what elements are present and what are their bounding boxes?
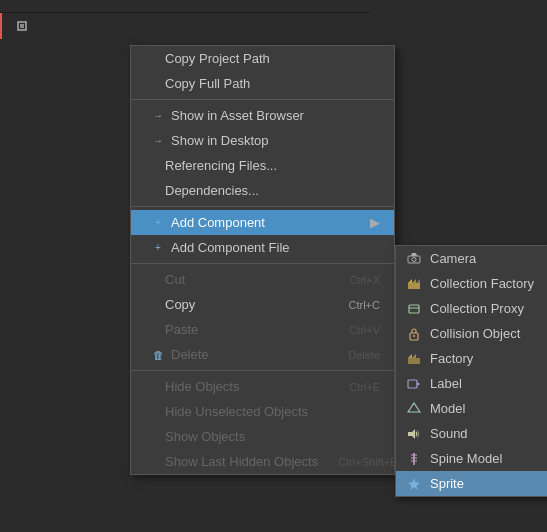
collision-icon <box>406 327 422 341</box>
referencing-files-label: Referencing Files... <box>165 158 277 173</box>
submenu-item-factory[interactable]: Factory <box>396 346 547 371</box>
spine-icon <box>406 452 422 466</box>
show-in-asset-browser-icon: → <box>151 109 165 123</box>
sprite-label: Sprite <box>430 476 464 491</box>
separator-after-delete <box>131 370 394 371</box>
svg-rect-13 <box>408 358 420 364</box>
menu-item-copy[interactable]: CopyCtrl+C <box>131 292 394 317</box>
menu-item-show-objects: Show Objects <box>131 424 394 449</box>
submenu-item-sprite[interactable]: Sprite <box>396 471 547 496</box>
menu-item-referencing-files[interactable]: Referencing Files... <box>131 153 394 178</box>
context-menu-left: Copy Project PathCopy Full Path→Show in … <box>130 45 395 475</box>
svg-marker-18 <box>408 403 420 412</box>
separator-after-dependencies <box>131 206 394 207</box>
delete-icon: 🗑 <box>151 348 165 362</box>
submenu-item-label[interactable]: Label <box>396 371 547 396</box>
show-in-desktop-label: Show in Desktop <box>171 133 269 148</box>
menu-item-paste: PasteCtrl+V <box>131 317 394 342</box>
show-objects-label: Show Objects <box>165 429 245 444</box>
factory2-icon <box>406 352 422 366</box>
submenu-item-camera[interactable]: Camera <box>396 246 547 271</box>
add-component-file-icon: + <box>151 241 165 255</box>
dependencies-label: Dependencies... <box>165 183 259 198</box>
svg-marker-17 <box>417 382 420 386</box>
svg-marker-14 <box>408 354 412 358</box>
collection-factory-label: Collection Factory <box>430 276 534 291</box>
menu-item-cut: CutCtrl+X <box>131 267 394 292</box>
show-last-hidden-shortcut: Ctrl+Shift+E <box>338 456 397 468</box>
submenu-item-model[interactable]: Model <box>396 396 547 421</box>
menu-item-hide-objects: Hide ObjectsCtrl+E <box>131 374 394 399</box>
menu-item-dependencies[interactable]: Dependencies... <box>131 178 394 203</box>
copy-label: Copy <box>165 297 195 312</box>
svg-rect-1 <box>20 24 24 28</box>
delete-shortcut: Delete <box>348 349 380 361</box>
menu-item-show-in-asset-browser[interactable]: →Show in Asset Browser <box>131 103 394 128</box>
svg-marker-4 <box>411 253 417 256</box>
sound-icon <box>406 427 422 441</box>
svg-marker-15 <box>412 354 416 358</box>
add-component-label: Add Component <box>171 215 265 230</box>
add-component-file-label: Add Component File <box>171 240 290 255</box>
paste-label: Paste <box>165 322 198 337</box>
svg-marker-7 <box>412 279 416 283</box>
game-object-row[interactable] <box>0 13 370 39</box>
separator-after-copy-full-path <box>131 99 394 100</box>
cut-label: Cut <box>165 272 185 287</box>
submenu-item-sound[interactable]: Sound <box>396 421 547 446</box>
sprite-icon <box>406 477 422 491</box>
delete-label: Delete <box>171 347 209 362</box>
menu-item-show-in-desktop[interactable]: →Show in Desktop <box>131 128 394 153</box>
submenu-item-collision-object[interactable]: Collision Object <box>396 321 547 346</box>
cut-shortcut: Ctrl+X <box>349 274 380 286</box>
svg-rect-5 <box>408 283 420 289</box>
copy-project-path-label: Copy Project Path <box>165 51 270 66</box>
submenu-item-collection-factory[interactable]: Collection Factory <box>396 271 547 296</box>
proxy-icon <box>406 302 422 316</box>
outline-panel <box>0 0 370 39</box>
svg-marker-19 <box>408 429 415 439</box>
show-in-asset-browser-label: Show in Asset Browser <box>171 108 304 123</box>
label-label: Label <box>430 376 462 391</box>
submenu-item-collection-proxy[interactable]: Collection Proxy <box>396 296 547 321</box>
menu-item-copy-full-path[interactable]: Copy Full Path <box>131 71 394 96</box>
svg-rect-16 <box>408 380 417 388</box>
copy-full-path-label: Copy Full Path <box>165 76 250 91</box>
game-object-icon <box>14 18 30 34</box>
camera-label: Camera <box>430 251 476 266</box>
hide-objects-shortcut: Ctrl+E <box>349 381 380 393</box>
factory-icon <box>406 277 422 291</box>
submenu-item-spine-model[interactable]: Spine Model <box>396 446 547 471</box>
label-icon <box>406 377 422 391</box>
svg-rect-9 <box>409 305 419 313</box>
menu-item-hide-unselected: Hide Unselected Objects <box>131 399 394 424</box>
copy-shortcut: Ctrl+C <box>349 299 380 311</box>
submenu-arrow-icon: ▶ <box>370 215 380 230</box>
model-icon <box>406 402 422 416</box>
context-menu-right: CameraCollection FactoryCollection Proxy… <box>395 245 547 497</box>
factory-label: Factory <box>430 351 473 366</box>
svg-marker-6 <box>408 279 412 283</box>
outline-title <box>0 0 370 13</box>
collision-object-label: Collision Object <box>430 326 520 341</box>
model-label: Model <box>430 401 465 416</box>
show-last-hidden-label: Show Last Hidden Objects <box>165 454 318 469</box>
menu-item-show-last-hidden: Show Last Hidden ObjectsCtrl+Shift+E <box>131 449 394 474</box>
svg-point-3 <box>412 258 416 262</box>
paste-shortcut: Ctrl+V <box>349 324 380 336</box>
svg-marker-24 <box>408 478 420 490</box>
show-in-desktop-icon: → <box>151 134 165 148</box>
separator-after-add-component-file <box>131 263 394 264</box>
menu-item-delete: 🗑DeleteDelete <box>131 342 394 367</box>
hide-objects-label: Hide Objects <box>165 379 239 394</box>
sound-label: Sound <box>430 426 468 441</box>
collection-proxy-label: Collection Proxy <box>430 301 524 316</box>
svg-point-12 <box>413 335 415 337</box>
menu-item-add-component[interactable]: +Add Component▶ <box>131 210 394 235</box>
menu-item-add-component-file[interactable]: +Add Component File <box>131 235 394 260</box>
svg-marker-8 <box>416 279 420 283</box>
camera-icon <box>406 252 422 266</box>
menu-item-copy-project-path[interactable]: Copy Project Path <box>131 46 394 71</box>
spine-model-label: Spine Model <box>430 451 502 466</box>
hide-unselected-label: Hide Unselected Objects <box>165 404 308 419</box>
